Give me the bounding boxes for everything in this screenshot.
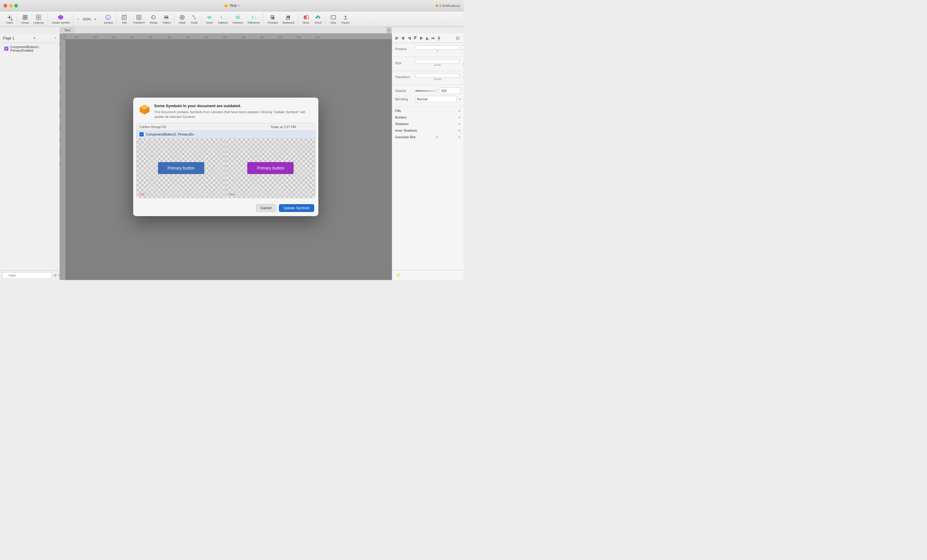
create-symbol-button[interactable]: Create Symbol [50, 13, 72, 25]
cloud-icon [315, 14, 322, 21]
align-right-button[interactable] [406, 35, 412, 41]
transform-button[interactable]: Transform [131, 13, 147, 25]
svg-rect-70 [431, 37, 432, 39]
blending-chevron-icon: ▾ [459, 98, 460, 101]
minimize-button[interactable] [9, 4, 12, 8]
add-fill-button[interactable]: + [458, 109, 460, 113]
left-sidebar: Page 1 ▾ + Component/Button/1. Primary/E… [0, 33, 60, 280]
add-border-button[interactable]: + [458, 115, 460, 119]
page-selector[interactable]: Page 1 ▾ + [0, 33, 59, 43]
canvas-tab-test[interactable]: Test [60, 27, 74, 33]
opacity-thumb [435, 89, 438, 92]
zoom-in-button[interactable]: + [93, 16, 97, 22]
svg-rect-54 [396, 38, 398, 39]
opacity-slider[interactable] [415, 90, 438, 91]
notifications-badge[interactable]: 2 Notifications [436, 4, 460, 8]
page-add-button[interactable]: + [54, 36, 56, 40]
borders-section-title: Borders + [392, 114, 464, 120]
add-inner-shadow-button[interactable]: + [458, 128, 460, 132]
toolbar-group-boolean: Union Subtract Intersect Difference [202, 13, 264, 25]
svg-text:#: # [108, 17, 109, 19]
intersect-button[interactable]: Intersect [231, 13, 245, 25]
difference-button[interactable]: Difference [246, 13, 261, 25]
position-section: Position X Y [392, 43, 464, 57]
add-gaussian-blur-button[interactable]: + [458, 135, 460, 139]
insert-icon [6, 14, 13, 21]
backward-button[interactable]: Backward [281, 13, 296, 25]
ungroup-button[interactable]: Ungroup [32, 13, 46, 25]
transform-section: Transform Rotate ↔ ↕ Flip [392, 71, 464, 85]
toolbar-group-mask: Mask Scale [175, 13, 202, 25]
aspect-lock-icon[interactable]: 🔒 [462, 62, 464, 65]
update-symbols-modal: Some Symbols in your document are outdat… [133, 98, 318, 216]
table-header-date: Today at 2:47 PM [270, 125, 312, 129]
group-button[interactable]: Group [20, 13, 30, 25]
opacity-input[interactable] [439, 88, 460, 94]
list-item[interactable]: Component/Button/1. Primary/Enabled [1, 44, 58, 53]
svg-rect-66 [421, 37, 422, 39]
toolbar-group-insert: Insert [2, 13, 17, 25]
cloud-button[interactable]: Cloud [313, 13, 324, 25]
cancel-button[interactable]: Cancel [256, 204, 276, 212]
export-button[interactable]: Export [340, 13, 351, 25]
toolbar: Insert Group Ungroup Create Symbol − 310… [0, 11, 464, 27]
close-button[interactable] [4, 4, 7, 8]
subtract-button[interactable]: Subtract [216, 13, 229, 25]
filter-input[interactable] [2, 272, 52, 279]
scale-button[interactable]: Scale [189, 13, 199, 25]
gaussian-blur-toggle[interactable]: ⊙ [436, 135, 438, 139]
zoom-out-button[interactable]: − [76, 16, 80, 22]
symbol-button[interactable]: # Symbol [102, 13, 114, 25]
align-bottom-button[interactable] [424, 35, 430, 41]
forward-button[interactable]: Forward [266, 13, 280, 25]
table-row[interactable]: Component/Button/1. Primary/En [137, 131, 315, 138]
align-top-button[interactable] [412, 35, 418, 41]
toolbar-group-edit: Edit Transform Rotate Flatten [117, 13, 175, 25]
difference-icon [250, 14, 257, 21]
modal-title: Some Symbols in your document are outdat… [154, 103, 312, 108]
add-canvas-button[interactable]: + [386, 27, 392, 33]
window-title[interactable]: Test ▾ [224, 3, 240, 8]
y-input[interactable] [461, 46, 464, 50]
zoom-level-display[interactable]: 310% [81, 17, 92, 21]
flatten-button[interactable]: Flatten [161, 13, 173, 25]
distribute-v-button[interactable] [436, 35, 442, 41]
rotate-input[interactable] [415, 73, 460, 77]
page-controls: + [54, 36, 56, 40]
svg-rect-61 [413, 36, 416, 37]
svg-rect-42 [306, 15, 308, 19]
align-left-button[interactable] [395, 35, 400, 41]
maximize-button[interactable] [14, 4, 18, 8]
add-shadow-button[interactable]: + [458, 122, 460, 126]
mask-button[interactable]: Mask [177, 13, 188, 25]
inspector-icon[interactable] [456, 35, 461, 41]
view-button[interactable]: View [328, 13, 339, 25]
insert-button[interactable]: Insert [4, 13, 15, 25]
width-input[interactable] [415, 59, 460, 64]
lightning-button[interactable]: ⚡ [395, 272, 401, 278]
row-checkbox[interactable] [140, 132, 144, 137]
toolbar-group-order: Forward Backward [264, 13, 298, 25]
svg-rect-40 [304, 15, 306, 19]
blending-row: Blending Normal ▾ [395, 96, 460, 102]
layer-view-toggle[interactable]: ⊞ [54, 273, 56, 277]
edit-button[interactable]: Edit [119, 13, 130, 25]
update-symbols-button[interactable]: Update Symbols [279, 204, 314, 212]
svg-rect-5 [23, 15, 25, 17]
preview-new-label: New [229, 193, 235, 196]
rotate-button[interactable]: Rotate [148, 13, 160, 25]
size-row: Size Width 🔒 Height [395, 59, 460, 67]
distribute-h-button[interactable] [430, 35, 436, 41]
x-input[interactable] [415, 46, 460, 50]
fills-section-title: Fills + [392, 107, 464, 114]
modal-description: This document contains Symbols from Libr… [154, 109, 312, 119]
align-center-h-button[interactable] [401, 35, 406, 41]
union-button[interactable]: Union [204, 13, 215, 25]
modal-preview: Primary button Old Primary button New [137, 138, 315, 198]
align-middle-v-button[interactable] [418, 35, 424, 41]
flatten-icon [163, 14, 170, 21]
rotate-icon [150, 14, 157, 21]
left-sidebar-footer: 🔍 ⊞ ⚙ 0 [0, 270, 59, 280]
blending-select[interactable]: Normal [415, 96, 457, 102]
mirror-button[interactable]: Mirror [301, 13, 312, 25]
